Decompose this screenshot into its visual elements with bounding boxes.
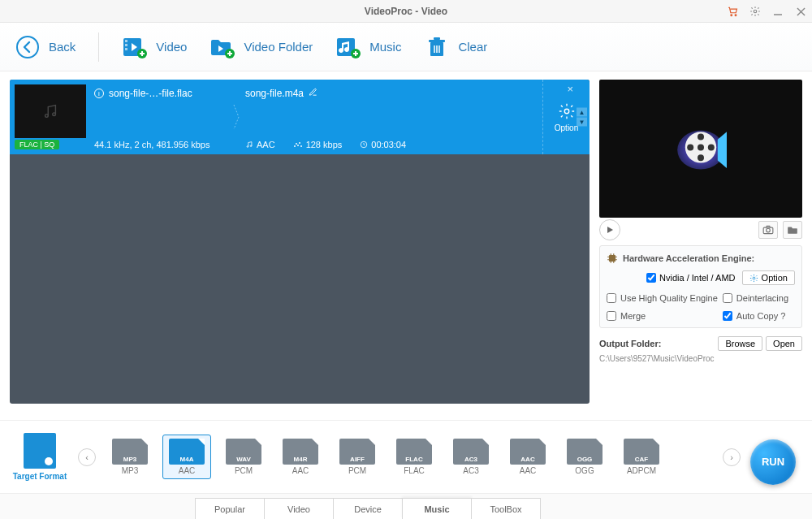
svg-rect-16 bbox=[429, 40, 445, 42]
format-card-m4r[interactable]: M4RAAC bbox=[276, 435, 325, 479]
run-button[interactable]: RUN bbox=[750, 439, 796, 485]
codec-gear-icon bbox=[558, 102, 576, 120]
format-card-aac[interactable]: AACAAC bbox=[503, 435, 552, 479]
format-doc-icon: FLAC bbox=[396, 439, 432, 465]
settings-icon[interactable] bbox=[749, 5, 762, 18]
preview-pane bbox=[599, 80, 802, 218]
clear-button[interactable]: Clear bbox=[424, 34, 487, 60]
open-snapshot-folder-button[interactable] bbox=[783, 221, 802, 239]
add-music-button[interactable]: Music bbox=[335, 34, 401, 60]
arrow-icon bbox=[231, 80, 242, 154]
target-format-label: Target Format bbox=[13, 472, 67, 481]
svg-rect-9 bbox=[125, 44, 127, 46]
svg-point-25 bbox=[294, 145, 296, 147]
target-format-icon bbox=[24, 433, 56, 469]
format-codec-label: AAC bbox=[520, 466, 537, 475]
video-icon bbox=[122, 34, 148, 60]
category-tab-music[interactable]: Music bbox=[402, 498, 472, 519]
svg-point-38 bbox=[708, 144, 715, 150]
auto-copy-checkbox[interactable]: Auto Copy ? bbox=[723, 311, 795, 321]
close-button[interactable] bbox=[794, 5, 807, 18]
format-codec-label: PCM bbox=[235, 466, 253, 475]
format-card-caf[interactable]: CAFADPCM bbox=[617, 435, 666, 479]
svg-point-27 bbox=[297, 145, 299, 146]
hq-engine-checkbox[interactable]: Use High Quality Engine bbox=[607, 293, 718, 303]
target-duration: 00:03:04 bbox=[360, 140, 406, 149]
format-doc-icon: AC3 bbox=[453, 439, 489, 465]
target-format-button[interactable]: Target Format bbox=[11, 433, 68, 481]
open-folder-button[interactable]: Open bbox=[766, 336, 802, 351]
svg-point-2 bbox=[754, 10, 757, 13]
format-codec-label: AAC bbox=[292, 466, 309, 475]
category-tab-toolbox[interactable]: ToolBox bbox=[471, 498, 541, 519]
move-down-button[interactable]: ▼ bbox=[577, 118, 587, 127]
item-thumbnail bbox=[15, 84, 86, 138]
add-video-folder-button[interactable]: Video Folder bbox=[209, 34, 313, 60]
svg-point-37 bbox=[687, 144, 693, 150]
format-doc-icon: AAC bbox=[510, 439, 546, 465]
chip-icon bbox=[607, 253, 618, 264]
format-codec-label: MP3 bbox=[122, 466, 139, 475]
format-card-mp3[interactable]: MP3MP3 bbox=[106, 435, 154, 479]
svg-point-22 bbox=[53, 113, 56, 116]
svg-point-42 bbox=[753, 277, 755, 279]
formats-next-button[interactable]: › bbox=[723, 448, 741, 466]
format-doc-icon: M4R bbox=[283, 439, 318, 465]
format-codec-label: OGG bbox=[575, 466, 594, 475]
back-button[interactable]: Back bbox=[15, 34, 76, 60]
window-title: VideoProc - Video bbox=[365, 6, 447, 17]
play-button[interactable] bbox=[599, 219, 620, 240]
output-folder-section: Output Folder: Browse Open C:\Users\9527… bbox=[599, 336, 802, 363]
category-tabs: PopularVideoDeviceMusicToolBox bbox=[0, 493, 812, 519]
format-codec-label: ADPCM bbox=[627, 466, 656, 475]
main-toolbar: Back Video Video Folder Music Clear bbox=[0, 23, 812, 71]
snapshot-button[interactable] bbox=[758, 221, 778, 239]
format-doc-icon: OGG bbox=[567, 439, 603, 465]
format-card-wav[interactable]: WAVPCM bbox=[219, 435, 268, 479]
format-card-ac3[interactable]: AC3AC3 bbox=[447, 435, 495, 479]
music-label: Music bbox=[369, 40, 401, 54]
hw-vendor-checkbox[interactable]: Nvidia / Intel / AMD bbox=[646, 273, 736, 283]
move-up-button[interactable]: ▲ bbox=[577, 108, 587, 117]
category-tab-video[interactable]: Video bbox=[264, 498, 334, 519]
hw-title: Hardware Acceleration Engine: bbox=[623, 253, 754, 263]
browse-button[interactable]: Browse bbox=[718, 336, 762, 351]
option-label: Option bbox=[555, 123, 578, 132]
format-doc-icon: CAF bbox=[624, 439, 659, 465]
format-card-aiff[interactable]: AIFFPCM bbox=[333, 435, 382, 479]
item-reorder: ▲ ▼ bbox=[577, 108, 587, 127]
merge-checkbox[interactable]: Merge bbox=[607, 311, 718, 321]
category-tab-device[interactable]: Device bbox=[333, 498, 403, 519]
add-video-button[interactable]: Video bbox=[122, 34, 187, 60]
svg-point-35 bbox=[698, 134, 704, 141]
format-doc-icon: M4A bbox=[169, 439, 205, 465]
format-codec-label: FLAC bbox=[404, 466, 425, 475]
format-card-flac[interactable]: FLACFLAC bbox=[390, 435, 438, 479]
hw-option-button[interactable]: Option bbox=[742, 270, 795, 285]
minimize-button[interactable] bbox=[771, 5, 784, 18]
svg-rect-17 bbox=[434, 37, 440, 40]
format-card-m4a[interactable]: M4AAAC bbox=[162, 435, 211, 479]
cart-icon[interactable] bbox=[726, 5, 739, 18]
svg-rect-10 bbox=[125, 48, 127, 50]
svg-point-31 bbox=[564, 109, 569, 114]
divider bbox=[98, 32, 99, 62]
svg-point-21 bbox=[45, 115, 49, 118]
clear-label: Clear bbox=[458, 40, 487, 54]
queue-item[interactable]: FLAC | SQ isong-file-…-file.flac 44.1 kH… bbox=[10, 80, 590, 154]
back-label: Back bbox=[49, 40, 76, 54]
right-panel: Hardware Acceleration Engine: Nvidia / I… bbox=[599, 80, 802, 404]
trash-icon bbox=[424, 34, 450, 60]
deinterlacing-checkbox[interactable]: Deinterlacing bbox=[723, 293, 795, 303]
formats-prev-button[interactable]: ‹ bbox=[78, 448, 96, 466]
svg-point-34 bbox=[698, 144, 704, 150]
source-filename: song-file-…-file.flac bbox=[109, 88, 192, 99]
video-folder-label: Video Folder bbox=[244, 40, 313, 54]
category-tab-popular[interactable]: Popular bbox=[195, 498, 265, 519]
remove-item-button[interactable]: × bbox=[567, 83, 573, 95]
edit-filename-icon[interactable] bbox=[309, 88, 317, 99]
format-codec-label: PCM bbox=[348, 466, 366, 475]
format-card-ogg[interactable]: OGGOGG bbox=[560, 435, 609, 479]
title-bar: VideoProc - Video bbox=[0, 0, 812, 23]
hardware-accel-panel: Hardware Acceleration Engine: Nvidia / I… bbox=[599, 245, 802, 328]
